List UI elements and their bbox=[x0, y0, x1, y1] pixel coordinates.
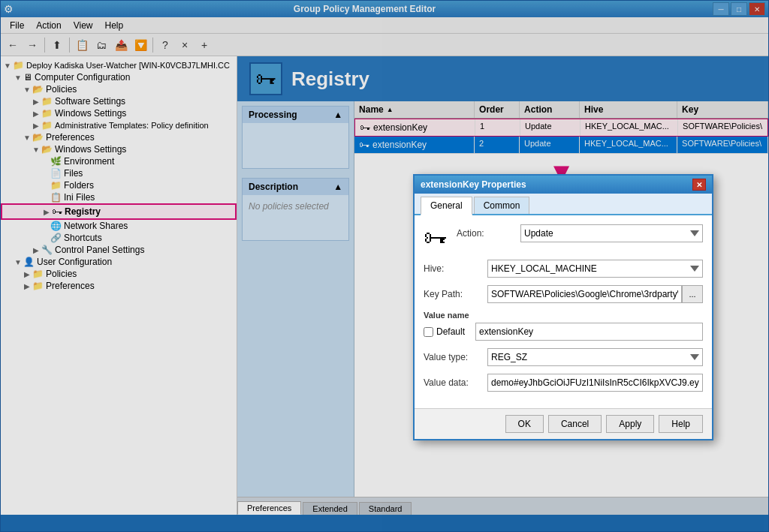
action-row: Action: Update Create Replace Delete bbox=[457, 224, 703, 242]
value-type-row: Value type: REG_SZ REG_DWORD REG_BINARY … bbox=[424, 348, 703, 366]
help-dialog-button[interactable]: Help bbox=[659, 415, 703, 433]
browse-button[interactable]: ... bbox=[682, 285, 703, 303]
modal-overlay: extensionKey Properties ✕ General Common… bbox=[0, 0, 769, 532]
default-label: Default bbox=[436, 326, 465, 337]
value-name-row: Default bbox=[424, 323, 703, 341]
action-select[interactable]: Update Create Replace Delete bbox=[520, 224, 703, 242]
hive-select[interactable]: HKEY_LOCAL_MACHINE HKEY_CURRENT_USER HKE… bbox=[487, 260, 703, 278]
modal-title: extensionKey Properties bbox=[421, 179, 526, 190]
tab-general[interactable]: General bbox=[421, 197, 472, 215]
hive-label: Hive: bbox=[424, 263, 487, 274]
key-path-row: Key Path: ... bbox=[424, 285, 703, 303]
default-checkbox-label: Default bbox=[424, 326, 465, 337]
value-type-select[interactable]: REG_SZ REG_DWORD REG_BINARY REG_MULTI_SZ… bbox=[487, 348, 703, 366]
value-name-group-label: Value name bbox=[424, 311, 703, 320]
ok-button[interactable]: OK bbox=[505, 415, 544, 433]
key-path-label: Key Path: bbox=[424, 289, 487, 299]
modal-title-bar: extensionKey Properties ✕ bbox=[415, 176, 712, 194]
modal-body: 🗝 Action: Update Create Replace Delete bbox=[415, 215, 712, 408]
modal-close-button[interactable]: ✕ bbox=[692, 179, 706, 191]
value-type-label: Value type: bbox=[424, 352, 487, 362]
value-data-label: Value data: bbox=[424, 377, 487, 388]
modal-footer: OK Cancel Apply Help bbox=[415, 408, 712, 439]
value-name-input[interactable] bbox=[475, 323, 703, 341]
action-label: Action: bbox=[457, 228, 520, 239]
value-data-input[interactable] bbox=[487, 374, 703, 392]
apply-button[interactable]: Apply bbox=[606, 415, 654, 433]
key-path-input[interactable] bbox=[487, 285, 682, 303]
value-data-row: Value data: bbox=[424, 374, 703, 392]
tab-common[interactable]: Common bbox=[474, 197, 530, 214]
modal-tab-bar: General Common bbox=[415, 194, 712, 215]
extension-key-properties-dialog: extensionKey Properties ✕ General Common… bbox=[413, 174, 713, 440]
hive-row: Hive: HKEY_LOCAL_MACHINE HKEY_CURRENT_US… bbox=[424, 260, 703, 278]
cancel-button[interactable]: Cancel bbox=[548, 415, 602, 433]
modal-registry-icon: 🗝 bbox=[424, 224, 448, 252]
default-checkbox[interactable] bbox=[424, 327, 433, 337]
value-name-group: Value name Default bbox=[424, 311, 703, 341]
